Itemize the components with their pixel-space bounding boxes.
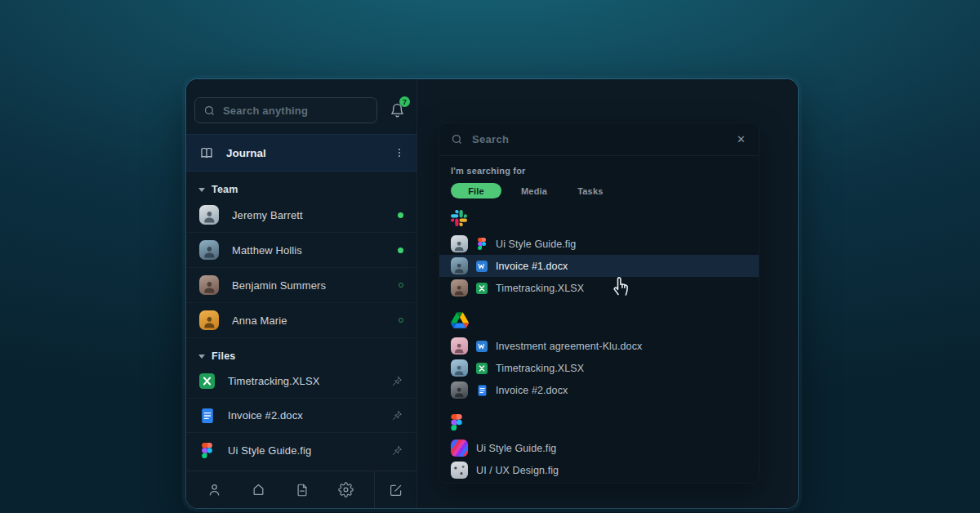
result-name: Timetracking.XLSX xyxy=(496,363,584,374)
file-row-invoice2[interactable]: Invoice #2.docx xyxy=(186,399,416,433)
result-name: Invoice #1.docx xyxy=(496,261,568,272)
file-name: Ui Style Guide.fig xyxy=(228,444,378,457)
compose-icon xyxy=(385,479,408,502)
modal-search-bar[interactable]: Search ✕ xyxy=(439,123,759,156)
result-row[interactable]: Timetracking.XLSX xyxy=(451,357,747,379)
app-window: Search anything 7 Journal xyxy=(186,79,798,508)
main-panel: Search ✕ I'm searching for File Media Ta… xyxy=(417,79,798,508)
figma-logo-icon xyxy=(451,414,747,430)
documents-button[interactable] xyxy=(291,479,314,502)
caret-down-icon xyxy=(198,188,205,192)
status-dot-online xyxy=(398,212,403,218)
compose-button[interactable] xyxy=(374,471,416,508)
filter-pill-media[interactable]: Media xyxy=(521,186,547,196)
member-name: Jeremy Barrett xyxy=(232,209,385,221)
filter-pills: File Media Tasks xyxy=(451,183,747,199)
modal-search-placeholder: Search xyxy=(472,133,726,145)
sidebar-topbar: Search anything 7 xyxy=(186,79,416,123)
gdocs-file-icon xyxy=(199,408,215,423)
member-row-benjamin[interactable]: Benjamin Summers xyxy=(186,268,416,303)
search-icon xyxy=(203,105,216,117)
file-row-timetracking[interactable]: Timetracking.XLSX xyxy=(186,364,416,399)
file-name: Invoice #2.docx xyxy=(228,409,378,422)
sidebar-search-input[interactable]: Search anything xyxy=(194,97,377,123)
member-name: Anna Marie xyxy=(232,314,385,327)
avatar xyxy=(451,359,468,377)
result-row[interactable]: Invoice #2.docx xyxy=(451,379,747,401)
status-dot-away xyxy=(399,283,403,288)
sidebar: Search anything 7 Journal xyxy=(186,79,417,508)
result-name: Ui Style Guide.fig xyxy=(496,239,576,250)
google-drive-logo-icon xyxy=(451,312,747,328)
journal-label: Journal xyxy=(226,147,381,159)
notification-badge: 7 xyxy=(399,96,410,107)
avatar xyxy=(451,257,468,274)
word-file-icon xyxy=(476,261,488,272)
figma-file-icon xyxy=(476,239,488,250)
result-row[interactable]: Ui Style Guide.fig xyxy=(451,437,747,459)
member-name: Benjamin Summers xyxy=(232,279,385,292)
searching-for-label: I'm searching for xyxy=(451,166,747,176)
book-icon xyxy=(199,145,214,160)
pin-icon[interactable] xyxy=(391,409,403,422)
avatar xyxy=(451,279,468,297)
avatar xyxy=(199,275,219,295)
result-row[interactable]: UI / UX Design.fig xyxy=(451,459,747,481)
gdocs-file-icon xyxy=(476,385,488,396)
avatar xyxy=(451,337,468,355)
result-row[interactable]: Investment agreement-Klu.docx xyxy=(451,335,747,357)
pin-icon[interactable] xyxy=(391,444,403,457)
status-dot-away xyxy=(399,318,403,323)
member-name: Matthew Hollis xyxy=(232,244,385,256)
file-thumbnail xyxy=(451,462,468,479)
search-icon xyxy=(451,133,463,145)
file-row-styleguide[interactable]: Ui Style Guide.fig xyxy=(186,433,416,467)
excel-file-icon xyxy=(476,363,488,374)
excel-file-icon xyxy=(476,283,488,294)
avatar xyxy=(199,310,219,330)
member-row-jeremy[interactable]: Jeremy Barrett xyxy=(186,198,416,233)
close-icon[interactable]: ✕ xyxy=(735,132,747,146)
figma-file-icon xyxy=(199,443,215,458)
avatar xyxy=(199,240,219,260)
notifications-button[interactable]: 7 xyxy=(387,100,407,120)
excel-file-icon xyxy=(199,373,215,389)
sidebar-item-journal[interactable]: Journal xyxy=(186,134,416,172)
result-name: Ui Style Guide.fig xyxy=(476,443,556,454)
caret-down-icon xyxy=(198,355,205,359)
file-name: Timetracking.XLSX xyxy=(228,375,378,387)
sidebar-search-placeholder: Search anything xyxy=(223,105,308,117)
result-name: Investment agreement-Klu.docx xyxy=(496,341,642,352)
member-row-matthew[interactable]: Matthew Hollis xyxy=(186,233,416,268)
sidebar-toolbar xyxy=(186,471,416,508)
word-file-icon xyxy=(476,341,488,352)
member-row-anna[interactable]: Anna Marie xyxy=(186,303,416,338)
slack-logo-icon xyxy=(451,210,747,226)
result-name: Invoice #2.docx xyxy=(496,385,568,396)
file-thumbnail xyxy=(451,439,468,457)
result-row-selected[interactable]: Invoice #1.docx xyxy=(439,255,759,277)
files-section-header[interactable]: Files xyxy=(186,338,416,364)
settings-button[interactable] xyxy=(334,479,357,502)
team-section-header[interactable]: Team xyxy=(186,172,416,198)
result-row[interactable]: Timetracking.XLSX xyxy=(451,277,747,299)
result-row[interactable]: Ui Style Guide.fig xyxy=(451,233,747,255)
pin-icon[interactable] xyxy=(391,375,403,387)
result-name: Timetracking.XLSX xyxy=(496,283,584,294)
avatar xyxy=(451,235,468,252)
modal-body: I'm searching for File Media Tasks Ui St… xyxy=(439,156,759,481)
result-name: UI / UX Design.fig xyxy=(476,465,559,476)
files-section-label: Files xyxy=(212,350,236,362)
team-section-label: Team xyxy=(212,184,238,195)
desktop-backdrop: Search anything 7 Journal xyxy=(0,0,980,513)
kebab-menu-icon[interactable] xyxy=(394,147,405,158)
avatar xyxy=(451,381,468,399)
contacts-button[interactable] xyxy=(203,479,226,502)
filter-pill-tasks[interactable]: Tasks xyxy=(577,186,603,196)
search-modal: Search ✕ I'm searching for File Media Ta… xyxy=(439,123,760,484)
home-button[interactable] xyxy=(247,479,270,502)
status-dot-online xyxy=(398,248,403,253)
avatar xyxy=(199,205,219,225)
filter-pill-file[interactable]: File xyxy=(451,183,501,199)
